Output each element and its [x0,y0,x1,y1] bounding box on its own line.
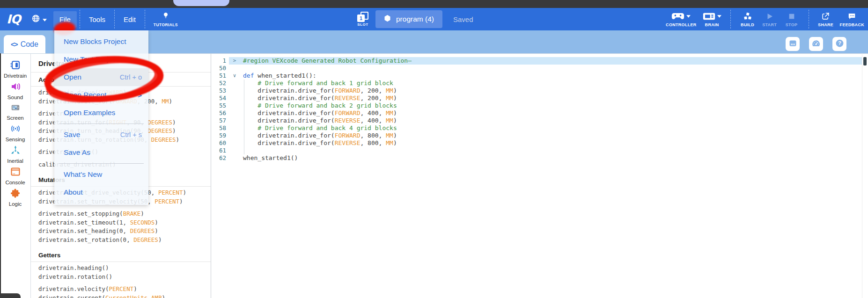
editor-line[interactable]: 57 drivetrain.drive_for(REVERSE, 400, MM… [211,117,868,124]
start-button[interactable]: START [762,12,778,27]
fold-gutter [229,87,240,94]
menu-tools[interactable]: Tools [83,11,111,28]
code-token: PERCENT [109,285,134,292]
toolbar-button-label: BUILD [741,22,754,27]
code-editor[interactable]: 1>#region VEXcode Generated Robot Config… [211,53,868,298]
editor-scrollbar-track[interactable] [862,53,862,298]
fold-gutter [229,154,240,162]
file-menu-item-open[interactable]: OpenCtrl + o [54,68,148,86]
slot-icon: 1 [357,12,368,22]
stop-icon [788,12,795,21]
stop-button[interactable]: STOP [784,12,800,27]
menu-item-shortcut: Ctrl + s [120,131,142,138]
share-button[interactable]: SHARE [818,12,834,27]
file-menu-item-new-blocks-project[interactable]: New Blocks Project [54,33,148,51]
editor-line[interactable]: 61 [211,147,868,154]
reference-snippet[interactable]: drivetrain.rotation() [31,273,211,282]
sidebar-item-sound[interactable]: Sound [0,81,30,100]
menu-edit[interactable]: Edit [118,11,142,28]
reference-snippet[interactable]: drivetrain.set_rotation(0, DEGREES) [31,236,211,245]
reference-snippet[interactable]: drivetrain.set_stopping(BRAKE) [31,210,211,218]
toolbar-button-label: BRAIN [705,22,719,27]
code-token: MM [386,117,393,124]
screen-icon [9,102,22,115]
menu-divider [59,163,144,164]
code-token: drivetrain.drive_for( [243,117,335,124]
menubar: FileToolsEdit [53,10,148,29]
file-menu-item-about[interactable]: About [54,183,148,201]
tab-code[interactable]: <> Code [4,35,45,53]
file-menu-item-save-as[interactable]: Save As [54,144,148,161]
code-line-text [240,65,243,72]
code-tab-label: Code [21,40,38,49]
sidebar-item-label: Console [5,180,25,185]
editor-line[interactable]: 1>#region VEXcode Generated Robot Config… [211,57,868,65]
help-button[interactable]: ? [832,37,846,51]
menu-file[interactable]: File [53,11,77,28]
code-token: REVERSE [335,139,360,146]
tutorials-button[interactable]: TUTORIALS [148,11,184,27]
reference-snippet[interactable]: drivetrain.current(CurrentUnits.AMP) [31,294,211,298]
editor-line[interactable]: 54 drivetrain.drive_for(REVERSE, 200, MM… [211,94,868,102]
save-status: Saved [453,15,473,23]
file-menu-item-open-recent[interactable]: Open Recent> [54,86,148,104]
browser-top-strip [0,0,868,8]
sidebar-item-label: Sound [7,94,23,100]
code-token: ) [393,94,397,102]
bottom-corner-shade [0,293,21,298]
command-category-sidebar: DrivetrainSoundScreenSensingInertialCons… [0,53,31,298]
device-button[interactable] [786,37,800,51]
line-number: 1 [211,57,229,65]
code-token: ) [158,236,162,243]
editor-line[interactable]: 56 drivetrain.drive_for(FORWARD, 400, MM… [211,109,868,117]
reference-snippet[interactable]: drivetrain.velocity(PERCENT) [31,285,211,294]
sidebar-item-drivetrain[interactable]: Drivetrain [0,59,30,79]
fold-toggle-icon[interactable]: ∨ [229,72,240,80]
editor-line[interactable]: 62when_started1() [211,154,868,162]
sidebar-item-console[interactable]: Console [0,166,30,185]
code-token: ) [140,210,144,217]
reference-snippet[interactable]: drivetrain.set_heading(0, DEGREES) [31,227,211,236]
brain-button[interactable]: BRAIN [703,12,721,27]
code-token: drivetrain.rotation() [38,273,112,280]
editor-line[interactable]: 53 drivetrain.drive_for(FORWARD, 200, MM… [211,87,868,94]
editor-line[interactable]: 59 drivetrain.drive_for(FORWARD, 800, MM… [211,132,868,139]
build-button[interactable]: BUILD [740,12,756,27]
editor-line[interactable]: 55 # Drive forward and back 2 grid block… [211,102,868,109]
sidebar-item-logic[interactable]: Logic [0,188,30,207]
editor-line[interactable]: 60 drivetrain.drive_for(REVERSE, 800, MM… [211,139,868,147]
code-token: ) [393,117,397,124]
drivetrain-icon [9,59,22,73]
program-name-button[interactable]: program (4) [375,10,442,28]
fold-gutter [229,65,240,72]
reference-snippet[interactable]: drivetrain.set_timeout(1, SECONDS) [31,218,211,227]
reference-snippet[interactable]: drivetrain.heading() [31,264,211,273]
controller-button[interactable]: CONTROLLER [666,12,697,27]
editor-line[interactable]: 52 # Drive forward and back 1 grid block [211,80,868,87]
code-token: PERCENT [158,189,183,196]
feedback-button[interactable]: FEEDBACK [840,12,864,27]
sidebar-item-screen[interactable]: Screen [0,102,30,121]
code-token: drivetrain.drive_for( [243,109,335,116]
editor-scrollbar-thumb[interactable] [863,57,867,65]
code-token: , 200, [360,94,386,102]
language-button[interactable] [31,14,47,25]
file-menu-item-what-s-new[interactable]: What's New [54,166,148,183]
line-number: 58 [211,124,229,132]
editor-line[interactable]: 58 # Drive forward and back 4 grid block… [211,124,868,132]
slot-button[interactable]: 1 SLOT [357,12,368,27]
file-menu-item-open-examples[interactable]: Open Examples [54,104,148,122]
sidebar-item-inertial[interactable]: Inertial [0,145,30,164]
menu-item-label: Open [64,73,81,81]
fold-toggle-icon[interactable]: > [229,57,240,65]
editor-line[interactable]: 51∨def when_started1(): [211,72,868,80]
file-menu-item-new-text-project[interactable]: New Text Project [54,51,148,68]
file-menu-item-save[interactable]: SaveCtrl + s [54,126,148,144]
code-token: ) [393,87,397,94]
line-number: 59 [211,132,229,139]
dashboard-button[interactable] [809,37,823,51]
sidebar-item-sensing[interactable]: Sensing [0,123,30,142]
indent-guide [244,80,244,154]
editor-line[interactable]: 50 [211,65,868,72]
code-token: DEGREES [151,136,176,143]
